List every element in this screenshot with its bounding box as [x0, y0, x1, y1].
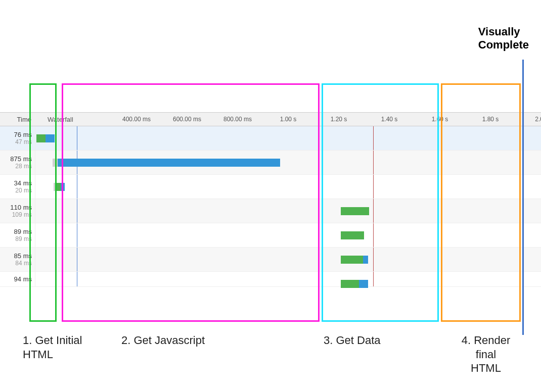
phase-label: 2. Get Javascript	[121, 333, 273, 348]
time-primary: 110 ms	[10, 204, 32, 211]
time-tick: 2.00	[535, 116, 541, 123]
phase-box	[29, 83, 57, 322]
phase-label: 1. Get InitialHTML	[23, 333, 104, 361]
bar-segment-green	[57, 183, 61, 191]
phase-label: 3. Get Data	[324, 333, 425, 348]
visually-complete-marker	[522, 60, 524, 335]
visually-complete-label: VisuallyComplete	[478, 25, 529, 52]
phase-label: 4. RenderfinalHTML	[448, 333, 524, 375]
phase-box	[441, 83, 521, 322]
phase-box	[62, 83, 320, 322]
phase-box	[322, 83, 439, 322]
time-primary: 875 ms	[10, 155, 32, 163]
